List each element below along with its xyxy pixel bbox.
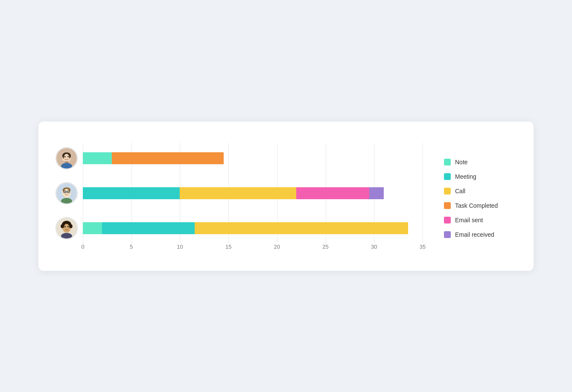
bar-row: [55, 147, 423, 169]
legend-label-call: Call: [455, 188, 465, 195]
legend-swatch-call: [444, 188, 451, 195]
legend-item-note: Note: [444, 159, 517, 166]
bar-segment-call: [195, 222, 408, 234]
x-tick-25: 25: [322, 244, 328, 250]
legend-label-task_completed: Task Completed: [455, 202, 498, 209]
bar-row: [55, 182, 423, 204]
legend-item-meeting: Meeting: [444, 173, 517, 180]
legend-label-email_received: Email received: [455, 231, 494, 238]
svg-rect-7: [64, 160, 70, 162]
bar-segment-call: [180, 187, 296, 199]
svg-point-18: [68, 191, 69, 192]
bar-row: [55, 217, 423, 239]
chart-area: 05101520253035: [55, 143, 423, 254]
avatar: [55, 147, 78, 169]
x-tick-30: 30: [371, 244, 377, 250]
x-tick-5: 5: [130, 244, 133, 250]
svg-point-26: [64, 226, 66, 227]
x-axis: 05101520253035: [83, 244, 423, 254]
svg-point-5: [67, 156, 69, 157]
legend-swatch-meeting: [444, 173, 451, 180]
legend-swatch-note: [444, 159, 451, 166]
chart-body: [55, 143, 423, 244]
legend-area: NoteMeetingCallTask CompletedEmail sentE…: [440, 143, 517, 254]
bar-segment-note: [83, 222, 102, 234]
bar-segment-meeting: [102, 222, 194, 234]
bar-track: [83, 222, 423, 234]
chart-card: 05101520253035 NoteMeetingCallTask Compl…: [38, 122, 534, 271]
legend-label-meeting: Meeting: [455, 173, 476, 180]
grid-line: [423, 143, 423, 244]
avatar: [55, 217, 78, 239]
x-tick-0: 0: [81, 244, 84, 250]
legend-swatch-email_received: [444, 231, 451, 238]
x-tick-20: 20: [274, 244, 280, 250]
legend-item-task_completed: Task Completed: [444, 202, 517, 209]
svg-point-4: [64, 156, 66, 157]
bar-track: [83, 187, 423, 199]
svg-point-23: [61, 224, 64, 228]
bar-segment-email_received: [369, 187, 384, 199]
legend-item-email_received: Email received: [444, 231, 517, 238]
x-tick-15: 15: [225, 244, 231, 250]
bar-segment-note: [83, 152, 112, 164]
svg-point-27: [67, 226, 69, 227]
legend-swatch-email_sent: [444, 217, 451, 224]
legend-label-note: Note: [455, 159, 468, 166]
avatar: [55, 182, 78, 204]
svg-point-17: [64, 191, 65, 192]
bar-segment-task_completed: [112, 152, 224, 164]
x-tick-35: 35: [420, 244, 426, 250]
legend-label-email_sent: Email sent: [455, 217, 483, 224]
bar-segment-meeting: [83, 187, 180, 199]
legend-swatch-task_completed: [444, 202, 451, 209]
bar-segment-email_sent: [296, 187, 369, 199]
legend-item-email_sent: Email sent: [444, 217, 517, 224]
svg-point-24: [69, 224, 72, 228]
legend-item-call: Call: [444, 188, 517, 195]
bar-track: [83, 152, 423, 164]
x-tick-10: 10: [177, 244, 183, 250]
